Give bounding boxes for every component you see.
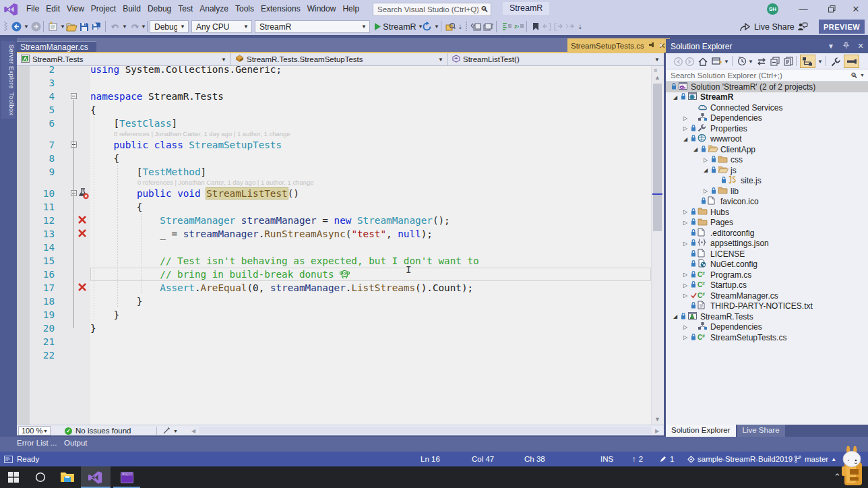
tree-item-streammanager.cs[interactable]: ▷C#StreamManager.cs	[666, 291, 868, 301]
navigate-back-dropdown-icon[interactable]: ▼	[23, 20, 30, 34]
tree-item-.editorconfig[interactable]: .editorconfig	[666, 228, 868, 239]
menu-edit[interactable]: Edit	[42, 0, 63, 18]
feedback-button[interactable]	[797, 20, 809, 34]
redo-dropdown-icon[interactable]: ▼	[140, 20, 147, 34]
code-health-indicator[interactable]: ✓ No issues found	[65, 425, 131, 436]
menu-extensions[interactable]: Extensions	[257, 0, 304, 18]
window-position-icon[interactable]: ▼	[824, 42, 838, 50]
expander-open-icon[interactable]: ◢	[693, 146, 701, 152]
tree-item-streamr.tests[interactable]: ◢StreamR.Tests	[666, 311, 868, 322]
tree-item-appsettings.json[interactable]: ▷appsettings.json	[666, 239, 868, 249]
run-button[interactable]	[373, 20, 382, 34]
undo-button[interactable]	[110, 20, 121, 34]
splitter-grip-icon[interactable]: ≡	[654, 67, 657, 73]
platform-select[interactable]: Any CPU▼	[191, 20, 252, 33]
startup-project-select[interactable]: StreamR▼	[255, 20, 370, 33]
document-list-dropdown-icon[interactable]: ▼	[658, 42, 664, 49]
expander-closed-icon[interactable]: ▷	[683, 209, 691, 215]
menu-view[interactable]: View	[63, 0, 88, 18]
expander-open-icon[interactable]: ◢	[673, 313, 681, 319]
collapse-all-button[interactable]	[769, 55, 781, 68]
expander-closed-icon[interactable]: ▷	[683, 125, 691, 131]
vs-search-box[interactable]: Search Visual Studio (Ctrl+Q) 🔍︎	[373, 3, 491, 16]
next-bookmark-folder-button[interactable]	[565, 20, 575, 34]
expander-closed-icon[interactable]: ▷	[683, 324, 691, 330]
solutions-and-folders-button[interactable]	[800, 55, 815, 68]
tree-item-dependencies[interactable]: ▷ Dependencies	[666, 113, 868, 124]
indent-increase-button[interactable]: 2›	[514, 20, 525, 34]
fold-collapse-box[interactable]	[71, 93, 77, 99]
branch-indicator[interactable]: master ▲	[794, 452, 836, 466]
expander-closed-icon[interactable]: ▷	[683, 115, 691, 121]
expander-open-icon[interactable]: ◢	[673, 94, 681, 100]
close-icon[interactable]: ✕	[853, 42, 868, 51]
tree-item-wwwroot[interactable]: ◢wwwroot	[666, 134, 868, 145]
tree-item-nuget.config[interactable]: NuGet.config	[666, 260, 868, 270]
save-button[interactable]	[79, 20, 90, 34]
tab-streammanager[interactable]: StreamManager.cs	[17, 41, 96, 52]
open-file-button[interactable]	[65, 20, 78, 34]
expander-closed-icon[interactable]: ▷	[683, 293, 691, 299]
refresh-button[interactable]	[421, 20, 433, 34]
expander-closed-icon[interactable]: ▷	[683, 220, 691, 226]
undo-dropdown-icon[interactable]: ▼	[121, 20, 128, 34]
file-explorer-button[interactable]	[54, 466, 81, 488]
next-bookmark-button[interactable]	[553, 20, 563, 34]
switch-views-button[interactable]	[710, 55, 723, 68]
solution-explorer-search[interactable]: Search Solution Explorer (Ctrl+;) 🔍︎ ▼	[666, 69, 868, 82]
menu-help[interactable]: Help	[339, 0, 363, 18]
expander-closed-icon[interactable]: ▷	[683, 282, 691, 288]
tree-item-pages[interactable]: ▷Pages	[666, 218, 868, 228]
tab-output[interactable]: Output	[64, 439, 88, 447]
menu-analyze[interactable]: Analyze	[196, 0, 232, 18]
horizontal-scrollbar[interactable]	[199, 427, 652, 434]
tree-item-favicon.ico[interactable]: favicon.ico	[666, 197, 868, 208]
clone-code-button[interactable]	[483, 20, 495, 34]
pin-icon[interactable]	[648, 42, 655, 50]
chevron-down-icon[interactable]: ▼	[173, 429, 178, 433]
redo-button[interactable]	[129, 20, 140, 34]
sync-with-active-document-button[interactable]	[755, 55, 768, 68]
scroll-up-icon[interactable]: ▲	[654, 74, 660, 81]
tree-item-connected-services[interactable]: Connected Services	[666, 102, 868, 113]
expander-open-icon[interactable]: ◢	[704, 167, 711, 173]
run-target-label[interactable]: StreamR	[383, 20, 416, 34]
solutions-folders-dropdown-icon[interactable]: ▼	[817, 55, 824, 68]
new-project-button[interactable]	[47, 20, 59, 34]
tree-item-program.cs[interactable]: ▷C#Program.cs	[666, 270, 868, 280]
breadcrumb-class-dropdown[interactable]: StreamR.Tests.StreamSetupTests ▼	[231, 53, 448, 65]
start-button[interactable]	[0, 466, 27, 488]
sidebar-tab-server-explorer[interactable]: Server Explorer	[1, 41, 16, 94]
show-all-files-button[interactable]	[782, 55, 795, 68]
tree-item-js[interactable]: ◢js	[666, 165, 868, 176]
expander-open-icon[interactable]: ◢	[683, 136, 691, 142]
find-in-files-button[interactable]	[445, 20, 456, 34]
home-button[interactable]	[697, 55, 709, 68]
tab-error-list[interactable]: Error List ...	[17, 439, 57, 447]
zoom-select[interactable]: 100 % ▼	[18, 426, 51, 435]
scroll-down-icon[interactable]: ▼	[654, 416, 660, 423]
navigate-backward-doc-button[interactable]	[470, 20, 482, 34]
tree-item-streamr[interactable]: ◢StreamR	[666, 92, 868, 103]
tree-item-third-party-notices.txt[interactable]: THIRD-PARTY-NOTICES.txt	[666, 301, 868, 312]
expander-closed-icon[interactable]: ▷	[683, 272, 691, 278]
navigate-back-button[interactable]	[11, 20, 22, 34]
code-cleanup-icon[interactable]	[162, 426, 171, 437]
test-failed-beaker-icon[interactable]	[78, 188, 89, 199]
codelens-info[interactable]: 0 references | Jonathan Carter, 1 day ag…	[114, 130, 664, 138]
codelens-info[interactable]: 0 references | Jonathan Carter, 1 day ag…	[137, 179, 664, 187]
menu-debug[interactable]: Debug	[144, 0, 175, 18]
expander-closed-icon[interactable]: ▷	[683, 241, 691, 247]
status-line[interactable]: Ln 16	[421, 452, 440, 466]
indent-decrease-button[interactable]	[501, 20, 513, 34]
forward-button[interactable]	[684, 55, 695, 68]
toolbar-overflow-icon[interactable]: ⇣	[577, 20, 584, 34]
menu-test[interactable]: Test	[175, 0, 196, 18]
panel-tab-live-share[interactable]: Live Share	[737, 425, 785, 437]
menu-window[interactable]: Window	[304, 0, 340, 18]
menu-build[interactable]: Build	[119, 0, 144, 18]
cortana-button[interactable]	[27, 466, 54, 488]
tree-item-dependencies[interactable]: ▷ Dependencies	[666, 322, 868, 333]
terminal-button[interactable]: C:\_	[113, 466, 140, 488]
minimize-button[interactable]: —	[794, 0, 813, 18]
